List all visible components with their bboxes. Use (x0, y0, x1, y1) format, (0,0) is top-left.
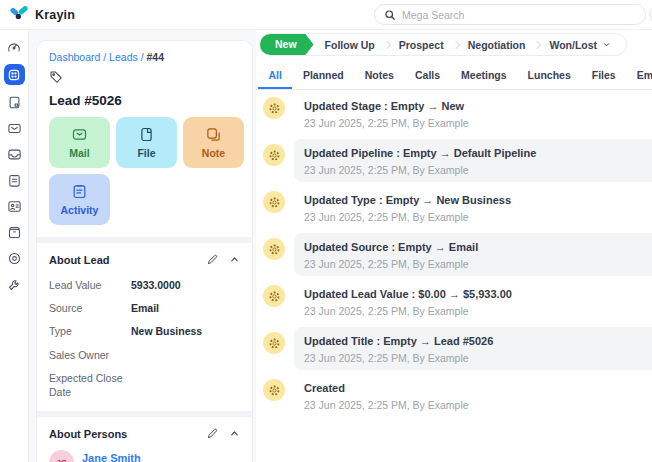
feed-title: Created (304, 382, 652, 394)
collapse-icon[interactable] (229, 254, 240, 265)
feed-item: Created 23 Jun 2025, 2:25 PM, By Example (256, 372, 652, 419)
stage-prospect[interactable]: Prospect (388, 39, 455, 51)
activity-button-label: Activity (61, 204, 99, 216)
mail-icon (71, 126, 88, 143)
search-icon (384, 9, 396, 21)
breadcrumb-links[interactable]: Dashboard / Leads / (49, 51, 146, 63)
gear-icon (263, 285, 285, 307)
file-button-label: File (137, 147, 155, 159)
tab-files[interactable]: Files (581, 63, 626, 89)
tab-notes[interactable]: Notes (354, 63, 404, 89)
activity-button[interactable]: Activity (49, 174, 110, 225)
edit-icon[interactable] (206, 427, 219, 440)
file-icon (138, 126, 155, 143)
field-row: Type New Business (49, 324, 240, 338)
lead-summary: Dashboard / Leads / #44 Lead #5026 Mail (37, 41, 252, 237)
about-lead-fields: Lead Value 5933.0000 Source Email Type N… (49, 278, 240, 399)
activity-feed: Updated Stage : Empty → New 23 Jun 2025,… (256, 90, 652, 462)
feed-meta: 23 Jun 2025, 2:25 PM, By Example (304, 258, 652, 270)
feed-meta: 23 Jun 2025, 2:25 PM, By Example (304, 117, 652, 129)
mail-icon[interactable] (6, 120, 23, 137)
person-avatar: JS (49, 450, 74, 462)
products-icon[interactable] (6, 224, 23, 241)
person-name[interactable]: Jane Smith (82, 450, 235, 462)
activity-tabs: All Planned Notes Calls Meetings Lunches… (256, 63, 652, 90)
stage-new[interactable]: New (260, 33, 314, 56)
feed-meta: 23 Jun 2025, 2:25 PM, By Example (304, 211, 652, 223)
feed-meta: 23 Jun 2025, 2:25 PM, By Example (304, 164, 652, 176)
stage-follow-up[interactable]: Follow Up (314, 39, 386, 51)
feed-item: Updated Source : Empty → Email 23 Jun 20… (256, 231, 652, 278)
tab-lunches[interactable]: Lunches (517, 63, 581, 89)
gear-icon (263, 379, 285, 401)
field-row: Lead Value 5933.0000 (49, 278, 240, 292)
feed-item: Updated Type : Empty → New Business 23 J… (256, 184, 652, 231)
note-button-label: Note (202, 147, 225, 159)
feed-item: Updated Pipeline : Empty → Default Pipel… (256, 137, 652, 184)
gear-icon (263, 238, 285, 260)
mail-button-label: Mail (69, 147, 89, 159)
tab-planned[interactable]: Planned (292, 63, 354, 89)
search-input[interactable] (402, 9, 636, 21)
gear-icon (263, 97, 285, 119)
tab-calls[interactable]: Calls (404, 63, 450, 89)
leads-icon[interactable] (4, 64, 25, 85)
about-lead-title: About Lead (49, 254, 206, 266)
contacts-icon[interactable] (6, 198, 23, 215)
note-button[interactable]: Note (183, 117, 244, 168)
dashboard-icon[interactable] (6, 38, 23, 55)
feed-title: Updated Lead Value : $0.00 → $5,933.00 (304, 288, 652, 300)
feed-meta: 23 Jun 2025, 2:25 PM, By Example (304, 399, 652, 411)
feed-title: Updated Pipeline : Empty → Default Pipel… (304, 147, 652, 159)
settings-icon[interactable] (6, 250, 23, 267)
feed-item: Updated Stage : Empty → New 23 Jun 2025,… (256, 90, 652, 137)
activities-icon[interactable] (6, 172, 23, 189)
person-item: JS Jane Smith jane.smith@example.com (wo… (49, 450, 240, 462)
tab-emails[interactable]: Emails (626, 63, 652, 89)
note-icon (205, 126, 222, 143)
tag-icon[interactable] (49, 70, 240, 84)
quotes-icon[interactable] (6, 94, 23, 111)
feed-title: Updated Type : Empty → New Business (304, 194, 652, 206)
feed-title: Updated Title : Empty → Lead #5026 (304, 335, 652, 347)
icon-sidebar (0, 30, 29, 462)
edit-icon[interactable] (206, 253, 219, 266)
chevron-down-icon (602, 40, 611, 49)
brand-name: Krayin (35, 8, 75, 22)
krayin-logo-icon (10, 6, 29, 23)
feed-item: Updated Title : Empty → Lead #5026 23 Ju… (256, 325, 652, 372)
gear-icon (263, 144, 285, 166)
brand[interactable]: Krayin (10, 6, 75, 23)
tab-meetings[interactable]: Meetings (451, 63, 518, 89)
mail-button[interactable]: Mail (49, 117, 110, 168)
activity-icon (71, 183, 88, 200)
gear-icon (263, 191, 285, 213)
lead-detail-panel: New Follow Up Prospect Negotiation Won/L… (256, 30, 652, 462)
about-persons-title: About Persons (49, 428, 206, 440)
configuration-icon[interactable] (6, 276, 23, 293)
tab-all[interactable]: All (258, 63, 292, 89)
file-button[interactable]: File (116, 117, 177, 168)
lead-panel: Dashboard / Leads / #44 Lead #5026 Mail (36, 40, 253, 462)
feed-title: Updated Stage : Empty → New (304, 100, 652, 112)
feed-meta: 23 Jun 2025, 2:25 PM, By Example (304, 305, 652, 317)
feed-item: Updated Lead Value : $0.00 → $5,933.00 2… (256, 278, 652, 325)
pipeline-stages: New Follow Up Prospect Negotiation Won/L… (259, 33, 627, 56)
app-header: Krayin (0, 0, 652, 30)
breadcrumb-current: #44 (146, 51, 164, 63)
field-row: Expected Close Date (49, 371, 240, 399)
field-row: Sales Owner (49, 348, 240, 362)
collapse-icon[interactable] (229, 428, 240, 439)
inbox-icon[interactable] (6, 146, 23, 163)
stage-won-lost[interactable]: Won/Lost (538, 39, 622, 51)
feed-title: Updated Source : Empty → Email (304, 241, 652, 253)
mega-search[interactable] (374, 4, 646, 25)
field-row: Source Email (49, 301, 240, 315)
gear-icon (263, 332, 285, 354)
feed-meta: 23 Jun 2025, 2:25 PM, By Example (304, 352, 652, 364)
about-persons-section: About Persons JS (37, 417, 252, 462)
stage-negotiation[interactable]: Negotiation (457, 39, 537, 51)
breadcrumb: Dashboard / Leads / #44 (49, 51, 240, 63)
main-content: Dashboard / Leads / #44 Lead #5026 Mail (29, 30, 652, 462)
about-lead-section: About Lead Lead Value (37, 243, 252, 411)
